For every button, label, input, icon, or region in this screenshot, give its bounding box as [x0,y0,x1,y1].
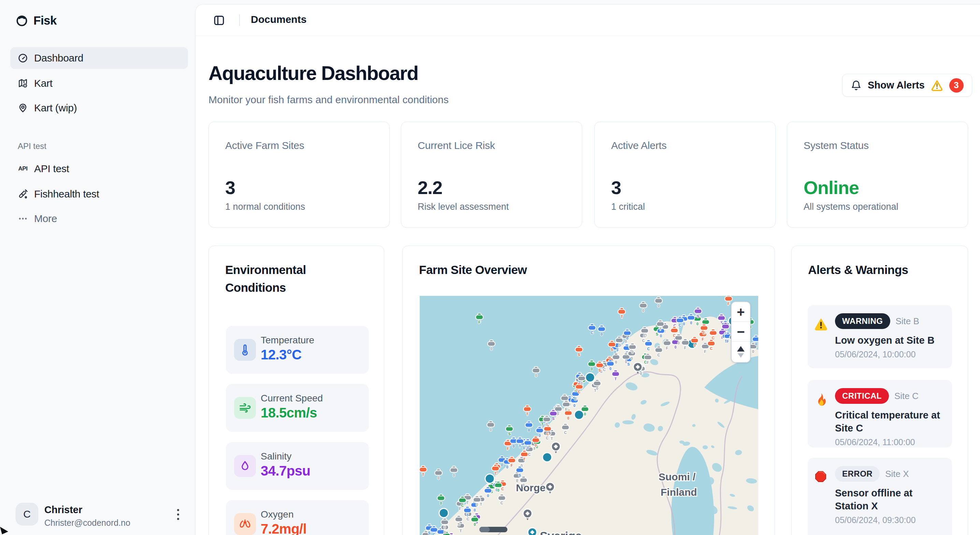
svg-text:T: T [466,513,469,517]
svg-text:S: S [627,362,630,366]
api-icon: API [18,164,28,174]
svg-text:T: T [614,377,617,381]
warning-triangle-icon [931,79,943,91]
svg-text:C: C [461,503,464,507]
svg-text:T: T [523,457,525,461]
metric-value: 34.7psu [261,463,310,479]
sidebar-item-more[interactable]: More [10,208,188,230]
map-icon [18,78,28,88]
svg-text:0: 0 [615,360,617,364]
compass-icon[interactable] [732,342,750,362]
svg-text:F: F [647,361,649,364]
svg-text:0: 0 [584,412,586,416]
svg-text:0: 0 [506,465,508,469]
svg-text:T: T [466,500,469,505]
svg-text:0: 0 [591,367,593,371]
svg-text:C: C [642,339,645,343]
svg-text:0: 0 [631,356,633,361]
metric-value: 7.2mg/l [261,521,306,535]
alert-site: Site B [896,316,919,327]
svg-text:0: 0 [438,476,439,480]
svg-text:C: C [466,517,469,521]
alert-timestamp: 05/06/2024, 11:00:00 [835,437,948,447]
ellipsis-icon [18,214,28,224]
droplet-icon [234,455,256,477]
svg-text:0: 0 [487,493,489,498]
svg-text:0: 0 [444,530,445,534]
svg-text:T: T [460,529,462,533]
metric-label: Temperature [261,335,314,346]
svg-text:0: 0 [444,525,445,529]
sidebar-item-api-test[interactable]: API API test [10,158,188,180]
alert-message: Sensor offline at Station X [835,487,948,513]
map-label-norway: Norge [516,482,546,493]
alert-site: Site C [894,391,919,401]
zoom-out-button[interactable]: − [732,322,750,342]
show-alerts-button[interactable]: Show Alerts 3 [842,74,972,97]
svg-text:F: F [479,320,481,324]
map-scale-bar [479,527,508,532]
stat-value: Online [803,177,951,198]
sidebar-item-dashboard[interactable]: Dashboard [10,47,188,69]
svg-text:0: 0 [626,336,628,340]
user-name: Christer [45,504,82,516]
svg-text:0: 0 [573,404,575,407]
alert-item-critical[interactable]: CRITICAL Site C Critical temperature at … [808,380,952,447]
svg-text:F: F [704,350,706,354]
svg-text:C: C [578,390,581,394]
stat-title: System Status [803,140,951,151]
svg-text:0: 0 [490,347,492,351]
stat-sub: All systems operational [803,201,951,212]
breadcrumb: Documents [251,14,306,25]
svg-text:0: 0 [497,488,499,492]
lungs-icon [234,513,256,535]
svg-text:T: T [526,412,528,416]
map-canvas[interactable]: Norge Suomi / Finland Sverige 0SCCC00T00… [420,296,758,535]
user-menu[interactable]: C Christer Christer@codenord.no [10,499,188,530]
kebab-menu-icon[interactable] [170,506,186,523]
alert-item-warning[interactable]: WARNING Site B Low oxygen at Site B 05/0… [808,305,952,368]
thermometer-icon [234,339,256,361]
svg-text:C: C [644,360,647,364]
farm-site-map[interactable]: Norge Suomi / Finland Sverige 0SCCC00T00… [420,296,758,535]
svg-text:S: S [552,417,555,420]
sidebar: Fisk Dashboard Kart Kart (wip) API test … [0,0,195,535]
svg-text:0: 0 [752,350,754,354]
sidebar-item-kart-wip[interactable]: Kart (wip) [10,97,188,119]
svg-text:C: C [679,323,681,327]
alert-item-error[interactable]: ERROR Site X Sensor offline at Station X… [808,458,952,535]
alerts-warnings-card: Alerts & Warnings WARNING Site B Low oxy… [791,246,968,535]
svg-text:0: 0 [601,332,603,336]
svg-text:S: S [519,473,521,477]
svg-text:C: C [501,487,504,491]
metric-label: Current Speed [261,393,323,404]
svg-text:F: F [511,463,513,467]
sidebar-item-label: Kart [34,78,52,89]
svg-text:0: 0 [535,443,537,447]
severity-badge: WARNING [835,313,890,329]
sidebar-item-fishhealth-test[interactable]: Fishhealth test [10,183,188,205]
map-label-finland-2: Finland [660,487,697,498]
svg-text:T: T [541,422,544,426]
gauge-icon [18,53,28,63]
svg-text:T: T [621,315,623,319]
fire-emoji-icon [814,392,828,406]
svg-text:0: 0 [516,479,518,483]
sidebar-item-kart[interactable]: Kart [10,72,188,94]
wind-icon [234,397,256,419]
sidebar-item-label: Fishhealth test [34,188,99,200]
stat-title: Active Alerts [611,140,759,151]
severity-badge: CRITICAL [835,388,889,404]
metric-salinity: Salinity 34.7psu [226,442,369,490]
svg-text:C: C [647,347,650,351]
page-title: Aquaculture Dashboard [208,62,418,85]
svg-text:T: T [480,502,482,506]
map-zoom-controls: + − [731,301,751,363]
divider [239,14,240,26]
svg-text:F: F [666,346,668,350]
card-title: Alerts & Warnings [808,261,908,279]
svg-text:0: 0 [660,334,662,338]
zoom-in-button[interactable]: + [732,302,750,322]
svg-text:0: 0 [523,446,525,450]
panel-left-icon[interactable] [213,13,227,27]
